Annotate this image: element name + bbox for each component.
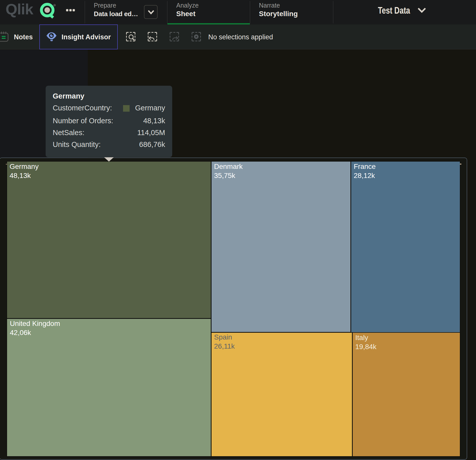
- svg-text:R: R: [54, 4, 55, 7]
